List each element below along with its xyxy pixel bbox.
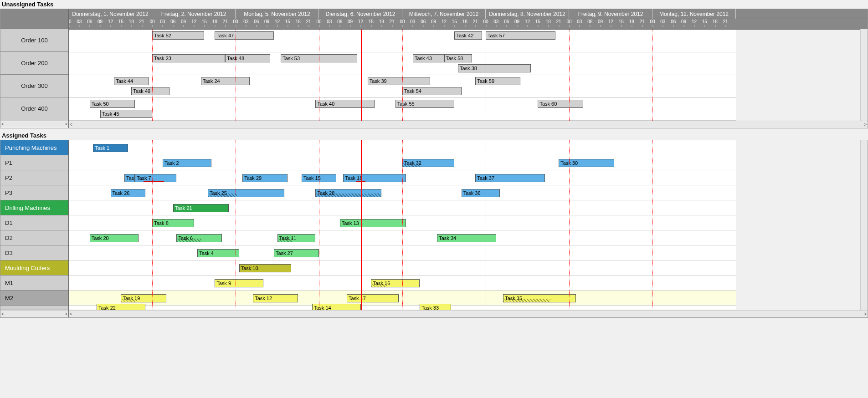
task-label: Task 35: [505, 296, 522, 301]
task-bar[interactable]: Task 10: [239, 264, 291, 272]
task-bar[interactable]: Task 54: [402, 87, 462, 95]
task-bar[interactable]: Task 60: [538, 100, 583, 108]
task-bar[interactable]: Task 15: [302, 174, 336, 182]
row-label[interactable]: P2: [0, 170, 68, 185]
row-label[interactable]: Order 300: [0, 75, 68, 97]
timeline-hour-tick: 12: [191, 19, 196, 24]
task-bar[interactable]: Task 14: [312, 304, 361, 310]
task-bar[interactable]: Task 2: [163, 159, 211, 167]
v-scrollbar[interactable]: [860, 29, 868, 121]
task-bar[interactable]: Task 40: [315, 100, 375, 108]
task-bar[interactable]: Task 11: [277, 234, 316, 242]
row-label[interactable]: M2: [0, 291, 68, 306]
resource-category[interactable]: Punching Machines: [0, 140, 68, 155]
h-scrollbar[interactable]: <>: [69, 310, 868, 317]
task-bar[interactable]: Task 49: [131, 87, 169, 95]
timeline-hour-tick: 00: [233, 19, 238, 24]
timeline-hour-tick: 15: [285, 19, 290, 24]
task-bar[interactable]: Task 50: [90, 100, 135, 108]
task-label: Task 26: [113, 190, 130, 196]
task-bar[interactable]: Task 7: [135, 174, 177, 182]
h-scrollbar[interactable]: <>: [69, 121, 868, 128]
row-label[interactable]: Order 400: [0, 97, 68, 120]
row-label[interactable]: P3: [0, 185, 68, 200]
task-bar[interactable]: Task 34: [437, 234, 496, 242]
task-label: Task 18: [345, 175, 362, 181]
task-label: Task 60: [539, 101, 557, 107]
timeline-hour-tick: 00: [316, 19, 321, 24]
task-bar[interactable]: Task 36: [462, 189, 500, 197]
task-label: Task 58: [446, 56, 463, 61]
timeline-day-header: Mittwoch, 7. November 2012: [402, 9, 486, 19]
resource-category[interactable]: Moulding Cutters: [0, 260, 68, 276]
h-scrollbar[interactable]: <>: [0, 310, 68, 317]
task-bar[interactable]: Task 18: [343, 174, 406, 182]
task-bar[interactable]: Task 4: [197, 249, 239, 257]
task-bar[interactable]: Task 30: [559, 159, 614, 167]
task-bar[interactable]: Task 22: [97, 304, 145, 310]
timeline-hour-tick: 00: [149, 19, 154, 24]
task-bar[interactable]: Task 1: [93, 144, 128, 152]
task-bar[interactable]: Task 20: [90, 234, 139, 242]
task-bar[interactable]: Task 3: [124, 174, 135, 182]
row-label[interactable]: Order 200: [0, 52, 68, 75]
task-bar[interactable]: Task 13: [340, 219, 406, 227]
task-bar[interactable]: Task 42: [454, 31, 482, 40]
task-bar[interactable]: Task 39: [368, 77, 430, 85]
timeline-hour-tick: 18: [546, 19, 551, 24]
task-bar[interactable]: Task 24: [201, 77, 250, 85]
task-bar[interactable]: Task 8: [152, 219, 194, 227]
task-bar[interactable]: Task 28: [315, 189, 381, 197]
task-bar[interactable]: Task 21: [173, 204, 229, 212]
h-scrollbar[interactable]: <>: [0, 120, 68, 128]
task-bar[interactable]: Task 47: [215, 31, 274, 40]
task-bar[interactable]: Task 29: [242, 174, 288, 182]
timeline-hour-tick: 06: [504, 19, 509, 24]
task-bar[interactable]: Task 12: [253, 294, 298, 302]
row-label[interactable]: D1: [0, 215, 68, 230]
task-bar[interactable]: Task 45: [100, 110, 152, 118]
task-bar[interactable]: Task 23: [152, 54, 225, 62]
timeline-hour-tick: 06: [87, 19, 92, 24]
task-bar[interactable]: Task 53: [281, 54, 357, 62]
task-bar[interactable]: Task 58: [444, 54, 472, 62]
v-scrollbar[interactable]: [860, 140, 868, 310]
task-bar[interactable]: Task 32: [402, 159, 454, 167]
row-label[interactable]: [0, 306, 68, 310]
section-title-assigned: Assigned Tasks: [0, 131, 868, 140]
timeline-hour-tick: 21: [223, 19, 228, 24]
row-label[interactable]: D3: [0, 245, 68, 260]
task-bar[interactable]: Task 6: [176, 234, 221, 242]
row-label[interactable]: P1: [0, 155, 68, 170]
task-bar[interactable]: Task 38: [458, 64, 531, 72]
task-bar[interactable]: Task 52: [152, 31, 204, 40]
task-label: Task 22: [98, 305, 116, 310]
task-bar[interactable]: Task 59: [475, 77, 520, 85]
row-label[interactable]: Order 100: [0, 29, 68, 52]
task-bar[interactable]: Task 43: [413, 54, 444, 62]
row-label[interactable]: M1: [0, 276, 68, 291]
task-bar[interactable]: Task 9: [215, 279, 263, 287]
task-bar[interactable]: Task 17: [347, 294, 399, 302]
task-bar[interactable]: Task 33: [420, 304, 451, 310]
task-bar[interactable]: Task 37: [475, 174, 545, 182]
row-label[interactable]: D2: [0, 230, 68, 245]
task-bar[interactable]: Task 27: [274, 249, 319, 257]
timeline-hour-tick: 18: [629, 19, 634, 24]
task-bar[interactable]: Task 25: [208, 189, 284, 197]
task-label: Task 29: [244, 175, 262, 181]
task-bar[interactable]: Task 35: [503, 294, 576, 302]
timeline-hour-tick: 09: [431, 19, 436, 24]
task-bar[interactable]: Task 55: [395, 100, 455, 108]
task-bar[interactable]: Task 44: [114, 77, 149, 85]
timeline-hour-tick: 03: [410, 19, 415, 24]
task-bar[interactable]: Task 48: [225, 54, 270, 62]
task-label: Task 8: [154, 220, 169, 226]
resource-category[interactable]: Drilling Machines: [0, 200, 68, 215]
task-bar[interactable]: Task 57: [486, 31, 555, 40]
task-bar[interactable]: Task 26: [111, 189, 145, 197]
task-bar[interactable]: Task 16: [371, 279, 420, 287]
task-bar[interactable]: Task 19: [121, 294, 166, 302]
task-label: Task 3: [126, 175, 135, 181]
task-label: Task 16: [373, 281, 390, 286]
